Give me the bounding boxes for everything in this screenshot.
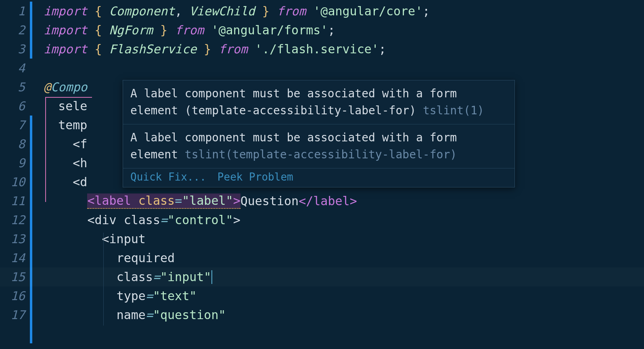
code-line[interactable]: import { Component, ViewChild } from '@a…	[32, 2, 644, 21]
line-number: ▸4	[0, 59, 32, 78]
text-cursor	[211, 270, 212, 284]
keyword: import	[44, 42, 87, 56]
line-number: 1	[0, 2, 32, 21]
line-number: 17	[0, 305, 32, 324]
attr-name: type	[117, 289, 146, 303]
punct: ;	[379, 42, 386, 56]
problem-hover: A label component must be associated wit…	[123, 80, 515, 187]
identifier: FlashService	[109, 42, 197, 56]
identifier: ViewChild	[189, 4, 255, 18]
property: sele	[58, 99, 87, 113]
tag-open: <input	[102, 232, 146, 246]
keyword: import	[44, 23, 87, 37]
line-number-active: 15	[0, 267, 32, 286]
tag-end-close: >	[350, 194, 357, 208]
string: '@angular/core'	[313, 4, 422, 18]
equals: =	[175, 193, 182, 208]
equals: =	[160, 213, 167, 227]
hover-message: A label component must be associated wit…	[123, 80, 514, 124]
punct: {	[87, 4, 109, 18]
decorator: @	[44, 80, 51, 94]
text-content: Question	[240, 194, 299, 208]
punct: ,	[175, 4, 189, 18]
line-number: 3	[0, 40, 32, 59]
tag-open: <div	[87, 213, 123, 227]
line-number: 12	[0, 210, 32, 229]
code-editor[interactable]: 1 2 3 ▸4 5 6 7 8 9 10 11 12 13 14 15 16 …	[0, 0, 644, 349]
property: temp	[58, 118, 87, 132]
line-number: 6	[0, 97, 32, 116]
punct: }	[197, 42, 218, 56]
equals: =	[146, 308, 153, 322]
tag: <h	[73, 156, 87, 170]
line-number: 14	[0, 248, 32, 267]
line-number: 10	[0, 172, 32, 191]
line-number: 7	[0, 116, 32, 135]
keyword: from	[277, 4, 313, 18]
attr-value: "label"	[182, 193, 233, 208]
punct: {	[87, 42, 109, 56]
attr-value: "control"	[167, 213, 233, 227]
identifier: Compo	[51, 80, 87, 94]
tag-end-open: </	[299, 194, 313, 208]
punct: {	[87, 23, 109, 37]
warning-span[interactable]: <label class="label">	[87, 193, 240, 209]
punct: ;	[422, 4, 430, 18]
code-line[interactable]: <label class="label">Question</label>	[32, 191, 644, 210]
equals: =	[146, 289, 153, 303]
line-number: 16	[0, 286, 32, 305]
code-line[interactable]: <input	[32, 229, 644, 248]
keyword: from	[175, 23, 211, 37]
identifier: Component	[109, 4, 175, 18]
quick-fix-link[interactable]: Quick Fix...	[130, 171, 206, 183]
code-line-active[interactable]: class="input"	[32, 267, 644, 286]
tag-close: >	[233, 213, 240, 227]
hover-source: tslint(template-accessibility-label-for)	[185, 148, 457, 161]
attr-name: required	[117, 251, 175, 265]
peek-problem-link[interactable]: Peek Problem	[217, 171, 293, 183]
tag-end-name: label	[313, 194, 349, 208]
string: './flash.service'	[255, 42, 379, 56]
code-line[interactable]: name="question"	[32, 305, 644, 324]
code-line[interactable]: import { NgForm } from '@angular/forms';	[32, 21, 644, 40]
code-line[interactable]: required	[32, 248, 644, 267]
keyword: from	[219, 42, 255, 56]
hover-text: A label component must be associated wit…	[130, 87, 457, 117]
code-line[interactable]: import { FlashService } from './flash.se…	[32, 40, 644, 59]
line-number: 5	[0, 78, 32, 97]
line-number-gutter: 1 2 3 ▸4 5 6 7 8 9 10 11 12 13 14 15 16 …	[0, 0, 32, 349]
attr-name: class	[124, 213, 160, 227]
hover-source: tslint(1)	[423, 104, 484, 117]
punct: }	[255, 4, 277, 18]
line-number: 2	[0, 21, 32, 40]
string: '@angular/forms'	[211, 23, 328, 37]
identifier: NgForm	[109, 23, 153, 37]
punct: }	[153, 23, 175, 37]
tag: <f	[73, 137, 87, 151]
tag-close: >	[233, 193, 240, 208]
keyword: import	[44, 4, 87, 18]
attr-name: name	[117, 308, 146, 322]
code-line[interactable]: type="text"	[32, 286, 644, 305]
attr-name: class	[117, 270, 153, 284]
tag: <d	[73, 175, 87, 189]
hover-actions: Quick Fix... Peek Problem	[123, 168, 514, 187]
tag-open: <label	[87, 193, 138, 208]
attr-value: "question"	[153, 308, 226, 322]
attr-value: "input"	[160, 270, 211, 284]
line-number: 8	[0, 135, 32, 153]
code-content[interactable]: import { Component, ViewChild } from '@a…	[32, 0, 644, 349]
attr-value: "text"	[153, 289, 197, 303]
equals: =	[153, 270, 160, 284]
line-number: 13	[0, 229, 32, 248]
hover-message: A label component must be associated wit…	[123, 124, 514, 168]
line-number: 11	[0, 191, 32, 210]
punct: ;	[328, 23, 335, 37]
code-line[interactable]	[32, 59, 644, 78]
code-line[interactable]: <div class="control">	[32, 210, 644, 229]
attr-name: class	[138, 193, 175, 208]
line-number: 9	[0, 153, 32, 172]
